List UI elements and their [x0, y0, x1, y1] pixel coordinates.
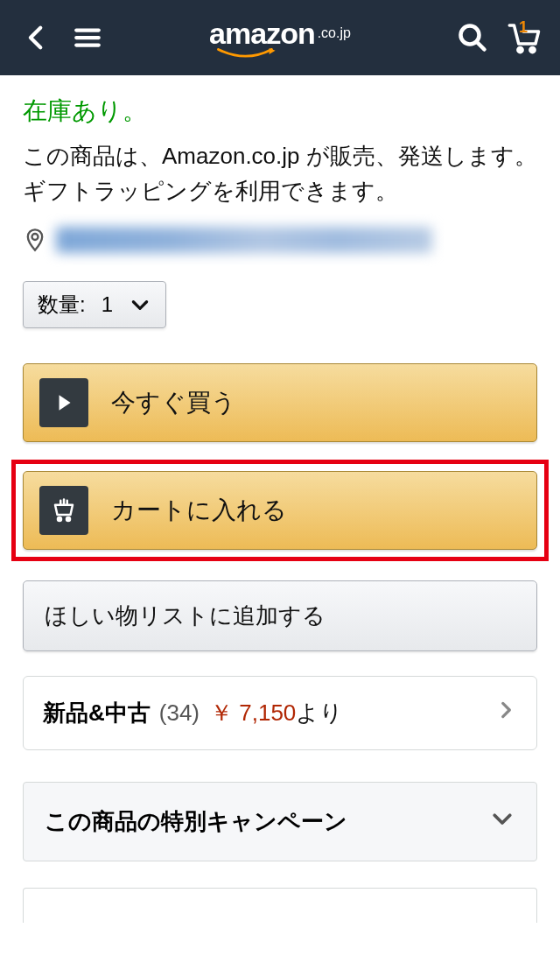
chevron-down-icon — [129, 293, 151, 316]
app-header: amazon .co.jp 1 — [0, 0, 560, 75]
delivery-address-row[interactable] — [23, 227, 537, 253]
buy-now-label: 今すぐ買う — [111, 386, 236, 419]
search-button[interactable] — [452, 17, 494, 59]
svg-point-5 — [518, 47, 522, 52]
add-to-cart-label: カートに入れる — [111, 494, 287, 527]
back-button[interactable] — [16, 17, 58, 59]
smile-icon — [206, 48, 285, 60]
offers-count: (34) — [159, 699, 200, 727]
other-offers-row[interactable]: 新品&中古 (34) ￥ 7,150 より — [23, 676, 537, 750]
menu-button[interactable] — [66, 17, 108, 59]
offers-label: 新品&中古 — [43, 698, 150, 728]
quantity-value: 1 — [102, 292, 113, 317]
offers-suffix: より — [296, 698, 343, 728]
location-pin-icon — [23, 228, 47, 252]
add-to-cart-button[interactable]: カートに入れる — [23, 471, 537, 550]
svg-point-13 — [66, 517, 70, 521]
logo-text: amazon — [209, 17, 315, 51]
delivery-address-redacted — [56, 227, 432, 253]
svg-line-4 — [477, 42, 485, 50]
special-campaign-row[interactable]: この商品の特別キャンペーン — [23, 782, 537, 861]
cart-count-badge: 1 — [519, 18, 528, 37]
svg-point-6 — [530, 47, 535, 52]
quantity-label: 数量: — [38, 291, 86, 319]
amazon-logo[interactable]: amazon .co.jp — [117, 17, 443, 59]
logo-suffix: .co.jp — [318, 25, 351, 41]
offers-price: ￥ 7,150 — [210, 698, 296, 728]
svg-marker-8 — [60, 395, 71, 410]
svg-point-7 — [32, 234, 38, 240]
next-section-cutoff[interactable] — [23, 888, 537, 923]
cart-add-icon — [39, 486, 88, 535]
add-to-wishlist-button[interactable]: ほしい物リストに追加する — [23, 580, 537, 651]
product-buy-section: 在庫あり。 この商品は、Amazon.co.jp が販売、発送します。 ギフトラ… — [0, 75, 560, 923]
chevron-down-icon — [489, 805, 515, 838]
quantity-selector[interactable]: 数量: 1 — [23, 281, 166, 328]
svg-point-12 — [58, 517, 61, 521]
wishlist-label: ほしい物リストに追加する — [45, 602, 326, 629]
buy-now-button[interactable]: 今すぐ買う — [23, 363, 537, 442]
stock-status: 在庫あり。 — [23, 95, 537, 128]
seller-info-text: この商品は、Amazon.co.jp が販売、発送します。 ギフトラッピングを利… — [23, 138, 537, 209]
play-icon — [39, 378, 88, 427]
cart-button[interactable]: 1 — [502, 17, 544, 59]
campaign-title: この商品の特別キャンペーン — [45, 806, 347, 837]
chevron-right-icon — [494, 699, 517, 728]
add-to-cart-highlight: カートに入れる — [11, 460, 549, 561]
